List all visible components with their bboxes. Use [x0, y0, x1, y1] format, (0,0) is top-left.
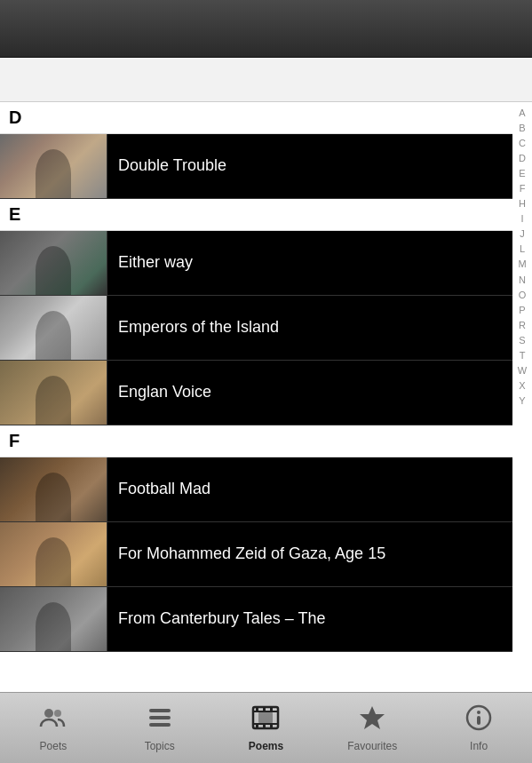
- tab-bar: Poets Topics Poems Favourites Info: [0, 692, 532, 763]
- alpha-letter-a[interactable]: A: [519, 106, 525, 121]
- content-area: ABCDEFHIJLMNOPRSTWXY DDouble TroubleEEit…: [0, 102, 532, 692]
- poem-info: Double Trouble: [107, 134, 512, 198]
- poem-title: Emperors of the Island: [118, 317, 279, 338]
- poem-row[interactable]: From Canterbury Tales – The: [0, 587, 512, 652]
- poem-title: From Canterbury Tales – The: [118, 608, 325, 629]
- poem-list: DDouble TroubleEEither wayEmperors of th…: [0, 102, 532, 652]
- tab-label-topics: Topics: [145, 740, 175, 752]
- alpha-letter-x[interactable]: X: [519, 378, 525, 393]
- svg-rect-7: [253, 723, 278, 725]
- poem-title: Double Trouble: [118, 155, 226, 176]
- tab-label-poems: Poems: [249, 740, 283, 752]
- poem-title: Either way: [118, 252, 193, 273]
- film-icon: [251, 703, 280, 736]
- tab-label-info: Info: [470, 740, 488, 752]
- alpha-letter-m[interactable]: M: [518, 257, 526, 272]
- page-title-bar: [0, 58, 532, 102]
- poem-title: Englan Voice: [118, 382, 211, 402]
- poem-info: Football Mad: [107, 457, 512, 521]
- alpha-letter-l[interactable]: L: [520, 242, 525, 257]
- poem-info: From Canterbury Tales – The: [107, 587, 512, 651]
- svg-rect-9: [263, 707, 266, 711]
- alpha-letter-o[interactable]: O: [519, 288, 527, 303]
- svg-marker-15: [360, 706, 385, 729]
- tab-favourites[interactable]: Favourites: [328, 697, 417, 759]
- alpha-letter-w[interactable]: W: [518, 363, 527, 378]
- info-icon: [465, 703, 493, 736]
- alpha-letter-i[interactable]: I: [520, 211, 523, 227]
- svg-rect-6: [253, 711, 278, 712]
- alpha-letter-s[interactable]: S: [519, 333, 525, 348]
- poem-title: For Mohammed Zeid of Gaza, Age 15: [118, 544, 385, 564]
- star-icon: [358, 703, 386, 736]
- alpha-letter-h[interactable]: H: [519, 196, 526, 211]
- poem-row[interactable]: Football Mad: [0, 457, 512, 522]
- tab-info[interactable]: Info: [434, 697, 523, 759]
- alpha-letter-t[interactable]: T: [520, 348, 526, 363]
- poem-thumbnail: [0, 296, 107, 360]
- poem-thumbnail: [0, 522, 107, 586]
- alpha-letter-y[interactable]: Y: [519, 393, 525, 409]
- tab-poems[interactable]: Poems: [221, 697, 310, 759]
- svg-point-17: [477, 711, 480, 714]
- poem-row[interactable]: Englan Voice: [0, 361, 512, 425]
- poem-title: Football Mad: [118, 479, 210, 499]
- poem-row[interactable]: Either way: [0, 231, 512, 296]
- poem-row[interactable]: For Mohammed Zeid of Gaza, Age 15: [0, 522, 512, 587]
- poem-info: Either way: [107, 231, 512, 295]
- poem-thumbnail: [0, 361, 107, 425]
- svg-rect-2: [149, 709, 171, 712]
- app-header: [0, 0, 532, 58]
- list-icon: [146, 703, 174, 736]
- poem-info: Englan Voice: [107, 361, 512, 425]
- svg-rect-8: [256, 707, 258, 711]
- alpha-letter-j[interactable]: J: [520, 227, 525, 242]
- poem-info: Emperors of the Island: [107, 296, 512, 360]
- alpha-letter-c[interactable]: C: [519, 136, 526, 151]
- svg-point-1: [54, 710, 61, 717]
- tab-poets[interactable]: Poets: [9, 697, 98, 759]
- svg-rect-4: [149, 723, 171, 727]
- poem-thumbnail: [0, 134, 107, 198]
- svg-rect-18: [477, 716, 480, 725]
- alpha-letter-p[interactable]: P: [519, 303, 525, 318]
- svg-rect-13: [270, 725, 273, 728]
- poem-thumbnail: [0, 231, 107, 295]
- alphabet-index[interactable]: ABCDEFHIJLMNOPRSTWXY: [512, 102, 532, 692]
- svg-point-0: [44, 709, 53, 718]
- poem-info: For Mohammed Zeid of Gaza, Age 15: [107, 522, 512, 586]
- svg-rect-3: [149, 716, 171, 719]
- svg-rect-10: [270, 707, 273, 711]
- people-icon: [39, 703, 67, 736]
- alpha-letter-f[interactable]: F: [520, 181, 526, 196]
- tab-label-favourites: Favourites: [347, 740, 397, 752]
- svg-rect-11: [256, 725, 258, 728]
- alpha-letter-e[interactable]: E: [519, 166, 525, 181]
- alpha-letter-b[interactable]: B: [519, 121, 525, 136]
- poem-thumbnail: [0, 457, 107, 521]
- tab-topics[interactable]: Topics: [115, 697, 204, 759]
- poem-row[interactable]: Emperors of the Island: [0, 296, 512, 361]
- poem-thumbnail: [0, 587, 107, 651]
- alpha-letter-d[interactable]: D: [519, 151, 526, 166]
- poem-row[interactable]: Double Trouble: [0, 134, 512, 199]
- section-header-e: E: [0, 199, 512, 231]
- section-header-f: F: [0, 425, 512, 457]
- alpha-letter-r[interactable]: R: [519, 318, 526, 333]
- section-header-d: D: [0, 102, 512, 134]
- alpha-letter-n[interactable]: N: [519, 273, 526, 288]
- svg-rect-12: [263, 725, 266, 728]
- svg-rect-14: [258, 712, 273, 723]
- tab-label-poets: Poets: [40, 740, 67, 752]
